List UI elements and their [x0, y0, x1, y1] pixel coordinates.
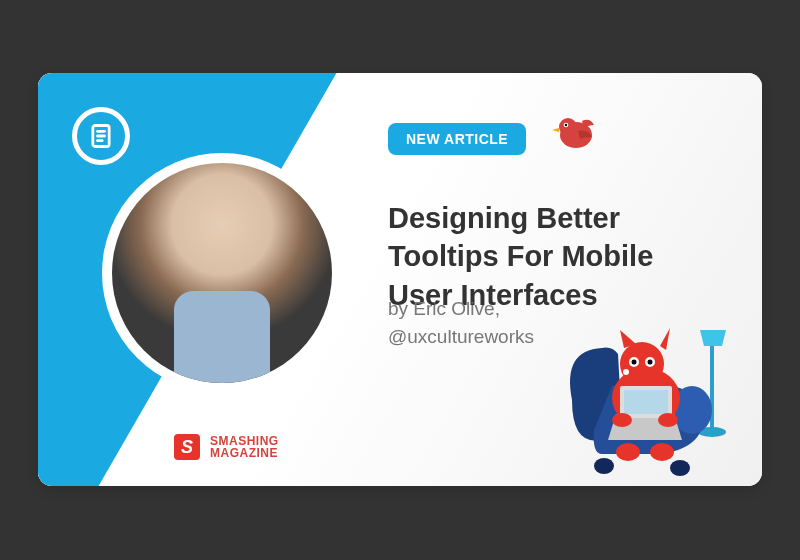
author-handle: @uxcultureworks	[388, 326, 534, 347]
svg-point-18	[648, 360, 653, 365]
svg-point-7	[565, 124, 567, 126]
author-name: by Eric Olive,	[388, 298, 500, 319]
article-card: NEW ARTICLE Designing Better Tooltips Fo…	[38, 73, 762, 486]
svg-point-10	[594, 458, 614, 474]
brand-line-2: MAGAZINE	[210, 447, 279, 459]
brand-wordmark: SMASHING MAGAZINE	[210, 435, 279, 459]
brand-logo: SMASHING MAGAZINE	[174, 434, 279, 460]
bird-icon	[548, 111, 600, 153]
author-avatar	[112, 163, 332, 383]
svg-point-14	[620, 342, 664, 386]
svg-point-24	[616, 443, 640, 461]
cat-mascot-icon	[542, 290, 752, 480]
svg-point-22	[612, 413, 632, 427]
article-byline: by Eric Olive, @uxcultureworks	[388, 295, 534, 350]
svg-point-25	[650, 443, 674, 461]
svg-point-19	[623, 369, 629, 375]
svg-point-5	[559, 118, 577, 136]
brand-mark-icon	[174, 434, 200, 460]
svg-point-11	[670, 460, 690, 476]
new-article-badge: NEW ARTICLE	[388, 123, 526, 155]
svg-point-23	[658, 413, 678, 427]
document-icon	[72, 107, 130, 165]
author-avatar-ring	[102, 153, 342, 393]
svg-point-16	[632, 360, 637, 365]
svg-rect-21	[624, 390, 668, 414]
